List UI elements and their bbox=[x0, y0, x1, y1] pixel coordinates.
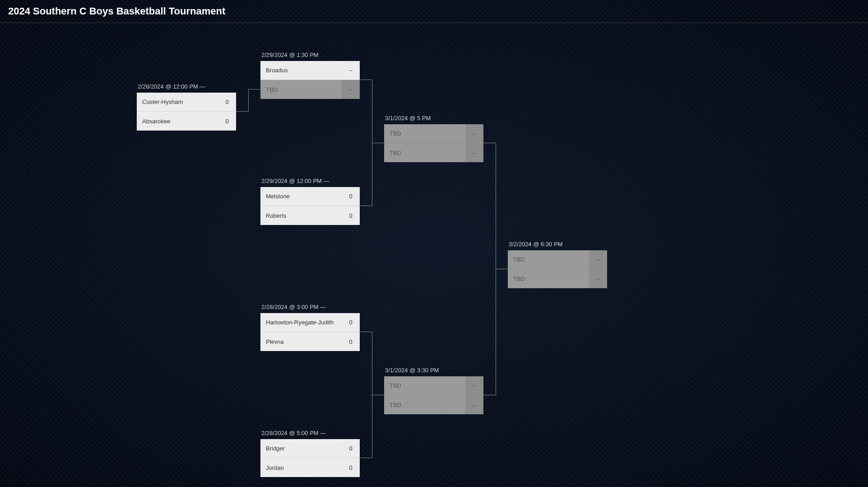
match-box[interactable]: Melstone 0 Roberts 0 bbox=[260, 187, 360, 225]
bracket-connector bbox=[360, 332, 372, 332]
match-r2m3: 2/28/2024 @ 3:00 PM — Harlowton-Ryegate-… bbox=[260, 304, 360, 351]
team-name: Bridger bbox=[260, 445, 342, 452]
team-name: Custer-Hysham bbox=[137, 98, 218, 105]
team-row: Plevna 0 bbox=[260, 332, 360, 351]
team-score: 0 bbox=[342, 338, 360, 345]
match-date: 3/1/2024 @ 5 PM bbox=[384, 115, 483, 122]
match-date: 2/28/2024 @ 3:00 PM — bbox=[260, 304, 360, 310]
team-row: TBD -- bbox=[384, 143, 483, 162]
team-name: Harlowton-Ryegate-Judith bbox=[260, 319, 342, 326]
team-score: -- bbox=[589, 269, 607, 288]
team-name: Plevna bbox=[260, 338, 342, 345]
team-row: Harlowton-Ryegate-Judith 0 bbox=[260, 313, 360, 332]
team-row: Roberts 0 bbox=[260, 206, 360, 225]
team-row: TBD -- bbox=[384, 376, 483, 395]
match-box[interactable]: TBD -- TBD -- bbox=[384, 376, 483, 414]
match-r2m2: 2/29/2024 @ 12:00 PM — Melstone 0 Robert… bbox=[260, 178, 360, 225]
match-date: 2/28/2024 @ 12:00 PM — bbox=[137, 83, 236, 90]
team-row: Broadus -- bbox=[260, 61, 360, 80]
match-box[interactable]: Harlowton-Ryegate-Judith 0 Plevna 0 bbox=[260, 313, 360, 351]
team-row: Custer-Hysham 0 bbox=[137, 93, 236, 112]
bracket-container: 2/28/2024 @ 12:00 PM — Custer-Hysham 0 A… bbox=[0, 23, 868, 487]
match-date: 2/29/2024 @ 1:30 PM bbox=[260, 52, 360, 58]
match-box[interactable]: TBD -- TBD -- bbox=[508, 250, 607, 288]
team-score: 0 bbox=[218, 118, 236, 125]
bracket-connector bbox=[372, 143, 384, 143]
team-score: -- bbox=[465, 376, 483, 395]
team-name: TBD bbox=[384, 130, 465, 137]
match-r2m1: 2/29/2024 @ 1:30 PM Broadus -- TBD -- bbox=[260, 52, 360, 99]
team-score: 0 bbox=[342, 319, 360, 326]
page-header: 2024 Southern C Boys Basketball Tourname… bbox=[0, 0, 868, 23]
match-box[interactable]: Custer-Hysham 0 Absarokee 0 bbox=[137, 93, 236, 131]
team-score: 0 bbox=[342, 193, 360, 200]
team-row: TBD -- bbox=[384, 124, 483, 143]
match-date: 3/2/2024 @ 6:30 PM bbox=[508, 241, 607, 248]
team-score: 0 bbox=[342, 445, 360, 452]
bracket-connector bbox=[248, 89, 260, 89]
bracket-connector bbox=[360, 80, 372, 80]
team-name: Melstone bbox=[260, 193, 342, 200]
team-row: Jordan 0 bbox=[260, 458, 360, 477]
team-name: TBD bbox=[508, 276, 589, 282]
bracket-connector bbox=[236, 111, 248, 112]
match-r3m2: 3/1/2024 @ 3:30 PM TBD -- TBD -- bbox=[384, 367, 483, 414]
team-name: TBD bbox=[384, 382, 465, 389]
team-row: TBD -- bbox=[508, 250, 607, 269]
team-score: -- bbox=[342, 80, 360, 99]
team-score: 0 bbox=[218, 98, 236, 105]
team-score: -- bbox=[465, 143, 483, 162]
page-title: 2024 Southern C Boys Basketball Tourname… bbox=[8, 5, 860, 17]
team-name: Absarokee bbox=[137, 118, 218, 125]
team-name: TBD bbox=[260, 86, 342, 93]
bracket-connector bbox=[483, 143, 496, 143]
team-score: -- bbox=[465, 124, 483, 143]
team-row: Bridger 0 bbox=[260, 439, 360, 458]
match-date: 2/29/2024 @ 12:00 PM — bbox=[260, 178, 360, 184]
match-r4m1: 3/2/2024 @ 6:30 PM TBD -- TBD -- bbox=[508, 241, 607, 288]
team-row: TBD -- bbox=[508, 269, 607, 288]
team-score: -- bbox=[589, 250, 607, 269]
team-row: Absarokee 0 bbox=[137, 112, 236, 131]
team-name: Broadus bbox=[260, 67, 342, 74]
team-name: TBD bbox=[384, 150, 465, 156]
team-score: 0 bbox=[342, 464, 360, 471]
team-name: Roberts bbox=[260, 212, 342, 219]
bracket-connector bbox=[360, 206, 372, 206]
bracket-connector bbox=[248, 89, 249, 112]
team-score: -- bbox=[465, 395, 483, 414]
match-r3m1: 3/1/2024 @ 5 PM TBD -- TBD -- bbox=[384, 115, 483, 162]
team-row: Melstone 0 bbox=[260, 187, 360, 206]
bracket-connector bbox=[360, 458, 372, 458]
team-name: TBD bbox=[508, 256, 589, 263]
team-name: TBD bbox=[384, 402, 465, 408]
match-box[interactable]: Bridger 0 Jordan 0 bbox=[260, 439, 360, 477]
team-row: TBD -- bbox=[260, 80, 360, 99]
bracket-connector bbox=[496, 269, 508, 269]
match-r1m1: 2/28/2024 @ 12:00 PM — Custer-Hysham 0 A… bbox=[137, 83, 236, 131]
bracket-connector bbox=[372, 395, 384, 395]
bracket-connector bbox=[483, 395, 496, 395]
team-score: 0 bbox=[342, 212, 360, 219]
match-date: 2/28/2024 @ 5:00 PM — bbox=[260, 430, 360, 436]
match-box[interactable]: TBD -- TBD -- bbox=[384, 124, 483, 162]
team-name: Jordan bbox=[260, 464, 342, 471]
match-r2m4: 2/28/2024 @ 5:00 PM — Bridger 0 Jordan 0 bbox=[260, 430, 360, 477]
team-score: -- bbox=[342, 67, 360, 74]
team-row: TBD -- bbox=[384, 395, 483, 414]
match-box[interactable]: Broadus -- TBD -- bbox=[260, 61, 360, 99]
match-date: 3/1/2024 @ 3:30 PM bbox=[384, 367, 483, 374]
